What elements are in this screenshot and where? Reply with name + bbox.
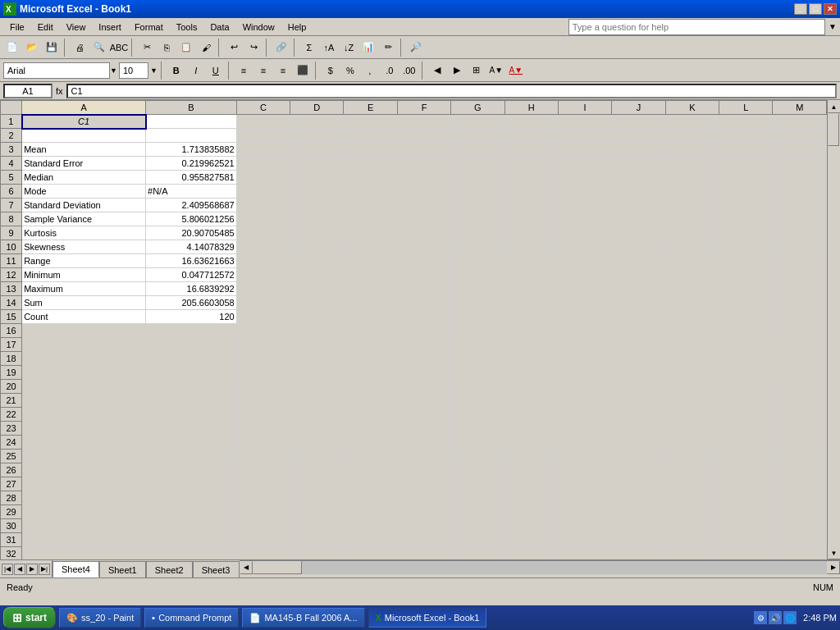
cell-E9[interactable]	[344, 226, 397, 240]
cell-G23[interactable]	[451, 422, 504, 436]
col-header-m[interactable]: M	[773, 101, 827, 115]
cell-K19[interactable]	[665, 366, 719, 380]
align-center-button[interactable]: ≡	[254, 62, 272, 80]
cell-H27[interactable]	[504, 477, 558, 491]
cell-a28[interactable]	[22, 491, 146, 505]
cell-I4[interactable]	[558, 157, 611, 171]
cell-L20[interactable]	[719, 380, 773, 394]
cell-F31[interactable]	[397, 533, 450, 547]
minimize-button[interactable]: _	[794, 3, 807, 15]
cell-C30[interactable]	[236, 519, 290, 533]
cell-L23[interactable]	[719, 422, 773, 436]
cell-M10[interactable]	[773, 240, 827, 254]
cell-J31[interactable]	[612, 533, 665, 547]
cell-C19[interactable]	[236, 366, 290, 380]
cell-G21[interactable]	[451, 394, 504, 408]
col-header-a[interactable]: A	[22, 101, 146, 115]
row-header-4[interactable]: 4	[1, 157, 22, 171]
cell-J12[interactable]	[612, 268, 665, 282]
cell-H14[interactable]	[504, 296, 558, 310]
col-header-j[interactable]: J	[612, 101, 665, 115]
cell-b1[interactable]	[146, 115, 237, 129]
cell-I23[interactable]	[558, 422, 611, 436]
cell-a7[interactable]: Standard Deviation	[22, 199, 146, 212]
cell-J26[interactable]	[612, 463, 665, 477]
cell-L7[interactable]	[719, 199, 773, 212]
cell-H11[interactable]	[504, 254, 558, 268]
cell-J23[interactable]	[612, 422, 665, 436]
tab-scroll-first[interactable]: |◀	[2, 564, 13, 575]
cell-a27[interactable]	[22, 477, 146, 491]
cell-L30[interactable]	[719, 519, 773, 533]
cell-J8[interactable]	[612, 212, 665, 226]
cell-b14[interactable]: 205.6603058	[146, 296, 237, 310]
cell-E8[interactable]	[344, 212, 397, 226]
row-header-25[interactable]: 25	[1, 450, 22, 463]
borders-button[interactable]: ⊞	[468, 62, 486, 80]
col-header-l[interactable]: L	[719, 101, 773, 115]
cell-G2[interactable]	[451, 129, 504, 143]
font-dropdown-arrow[interactable]: ▼	[110, 66, 117, 75]
decrease-indent-button[interactable]: ◀	[428, 62, 446, 80]
cell-C22[interactable]	[236, 408, 290, 422]
sheet-tab-sheet1[interactable]: Sheet1	[99, 561, 146, 578]
row-header-13[interactable]: 13	[1, 282, 22, 296]
chart-button[interactable]: 📊	[359, 39, 377, 57]
cell-K2[interactable]	[665, 129, 719, 143]
cell-H7[interactable]	[504, 199, 558, 212]
cell-a21[interactable]	[22, 394, 146, 408]
cell-G6[interactable]	[451, 185, 504, 199]
cell-a4[interactable]: Standard Error	[22, 157, 146, 171]
cell-I18[interactable]	[558, 352, 611, 366]
underline-button[interactable]: U	[207, 62, 225, 80]
row-header-1[interactable]: 1	[1, 115, 22, 129]
cell-b9[interactable]: 20.90705485	[146, 226, 237, 240]
cell-E19[interactable]	[344, 366, 397, 380]
tab-scroll-next[interactable]: ▶	[26, 564, 38, 575]
sort-desc-button[interactable]: ↓Z	[340, 39, 358, 57]
cell-H21[interactable]	[504, 394, 558, 408]
cell-K3[interactable]	[665, 143, 719, 157]
cell-b29[interactable]	[146, 505, 237, 519]
cell-K11[interactable]	[665, 254, 719, 268]
row-header-12[interactable]: 12	[1, 268, 22, 282]
sort-asc-button[interactable]: ↑A	[320, 39, 338, 57]
cell-C15[interactable]	[236, 310, 290, 324]
cell-J16[interactable]	[612, 324, 665, 338]
cell-M6[interactable]	[773, 185, 827, 199]
cell-I5[interactable]	[558, 171, 611, 185]
cell-K9[interactable]	[665, 226, 719, 240]
cell-F20[interactable]	[397, 380, 450, 394]
cell-C11[interactable]	[236, 254, 290, 268]
cell-H5[interactable]	[504, 171, 558, 185]
cell-G3[interactable]	[451, 143, 504, 157]
cell-K21[interactable]	[665, 394, 719, 408]
cell-H12[interactable]	[504, 268, 558, 282]
cell-G28[interactable]	[451, 491, 504, 505]
cell-J22[interactable]	[612, 408, 665, 422]
cell-E12[interactable]	[344, 268, 397, 282]
cell-K28[interactable]	[665, 491, 719, 505]
cell-F30[interactable]	[397, 519, 450, 533]
redo-button[interactable]: ↪	[244, 39, 262, 57]
cell-J20[interactable]	[612, 380, 665, 394]
cell-G22[interactable]	[451, 408, 504, 422]
merge-center-button[interactable]: ⬛	[294, 62, 312, 80]
row-header-8[interactable]: 8	[1, 212, 22, 226]
cell-E4[interactable]	[344, 157, 397, 171]
cell-D13[interactable]	[290, 282, 344, 296]
cell-D19[interactable]	[290, 366, 344, 380]
cell-H18[interactable]	[504, 352, 558, 366]
cell-D22[interactable]	[290, 408, 344, 422]
menu-file[interactable]: File	[3, 21, 31, 34]
cell-J13[interactable]	[612, 282, 665, 296]
cell-L21[interactable]	[719, 394, 773, 408]
cell-I27[interactable]	[558, 477, 611, 491]
cell-D21[interactable]	[290, 394, 344, 408]
cell-a18[interactable]	[22, 352, 146, 366]
fill-color-button[interactable]: A▼	[487, 62, 505, 80]
menu-view[interactable]: View	[60, 21, 93, 34]
cell-C25[interactable]	[236, 450, 290, 463]
cell-b18[interactable]	[146, 352, 237, 366]
print-preview-button[interactable]: 🔍	[90, 39, 108, 57]
